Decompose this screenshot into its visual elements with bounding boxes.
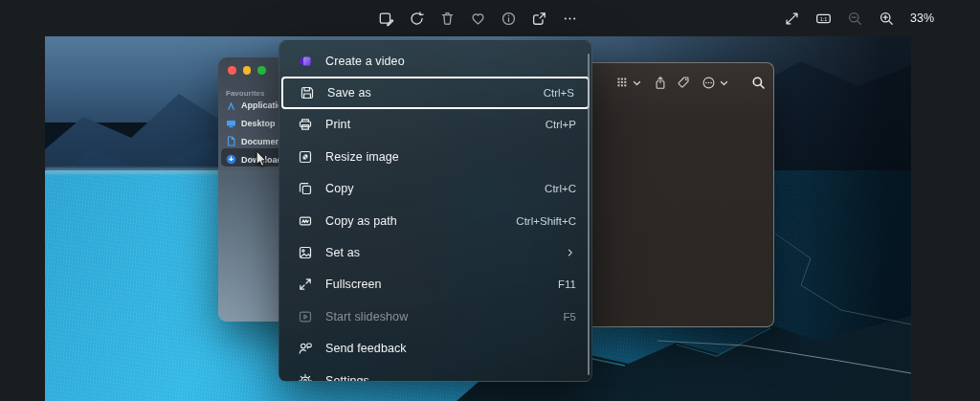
fullscreen-toggle-button[interactable] <box>780 7 804 31</box>
info-icon <box>501 11 517 27</box>
mac-close-icon <box>228 66 236 75</box>
print-icon <box>298 117 313 132</box>
file-info-button[interactable] <box>497 7 521 31</box>
zoom-out-icon <box>847 11 863 27</box>
menu-item-label: Send feedback <box>325 342 576 355</box>
menu-item-start-slideshow[interactable]: Start slideshow F5 <box>279 301 591 332</box>
resize-image-icon <box>298 149 313 165</box>
screenshot-dark-window <box>586 62 774 327</box>
context-menu: Create a video Save as Ctrl+S Print Ctrl… <box>278 40 592 382</box>
rotate-icon <box>409 11 425 27</box>
menu-item-shortcut: Ctrl+P <box>546 119 576 130</box>
photos-app-window: 1:1 33% <box>0 0 980 401</box>
tag-icon <box>677 76 690 89</box>
menu-item-label: Resize image <box>325 150 576 164</box>
menu-item-label: Print <box>325 118 546 131</box>
menu-item-send-feedback[interactable]: Send feedback <box>279 333 591 365</box>
top-toolbar: 1:1 33% <box>0 0 980 36</box>
share-button[interactable] <box>527 7 551 31</box>
submenu-chevron-right-icon <box>565 247 576 258</box>
one-to-one-label: 1:1 <box>820 15 828 21</box>
menu-item-label: Save as <box>327 86 544 100</box>
zoom-in-button[interactable] <box>875 7 899 31</box>
menu-item-copy[interactable]: Copy Ctrl+C <box>279 173 591 205</box>
more-ellipsis-icon <box>562 11 578 27</box>
more-actions-circle-icon <box>702 76 716 90</box>
menu-item-shortcut: Ctrl+S <box>544 87 574 99</box>
toolbar-center-group <box>374 0 582 36</box>
feedback-icon <box>298 341 313 356</box>
menu-item-copy-as-path[interactable]: Copy as path Ctrl+Shift+C <box>279 205 591 236</box>
applications-icon <box>226 100 236 111</box>
zoom-in-icon <box>879 11 895 27</box>
menu-item-shortcut: Ctrl+C <box>545 183 576 194</box>
menu-item-set-as[interactable]: Set as <box>279 236 591 268</box>
menu-item-settings[interactable]: Settings <box>279 365 591 382</box>
menu-item-print[interactable]: Print Ctrl+P <box>279 109 591 141</box>
copy-icon <box>298 181 313 196</box>
mac-search-icon <box>751 76 766 90</box>
one-to-one-icon: 1:1 <box>815 11 832 27</box>
menu-item-label: Copy as path <box>325 214 516 228</box>
menu-item-shortcut: F11 <box>558 278 576 290</box>
save-icon <box>300 85 315 100</box>
edit-image-icon <box>378 11 394 27</box>
set-as-icon <box>298 245 313 260</box>
menu-item-label: Set as <box>325 246 565 259</box>
delete-button[interactable] <box>435 7 459 31</box>
menu-item-shortcut: Ctrl+Shift+C <box>516 215 576 227</box>
copy-as-path-icon <box>298 213 313 229</box>
menu-item-label: Start slideshow <box>325 310 564 323</box>
mac-zoom-icon <box>257 66 266 75</box>
actual-size-button[interactable]: 1:1 <box>812 7 835 31</box>
settings-gear-icon <box>298 373 313 382</box>
heart-icon <box>470 11 486 27</box>
expand-diagonal-icon <box>784 11 800 27</box>
grid-view-icon <box>615 76 630 89</box>
menu-item-shortcut: F5 <box>564 311 576 323</box>
favorite-button[interactable] <box>466 7 490 31</box>
menu-item-fullscreen[interactable]: Fullscreen F11 <box>279 269 591 301</box>
share-icon <box>531 11 547 27</box>
captured-cursor-icon <box>255 151 268 168</box>
menu-item-save-as[interactable]: Save as Ctrl+S <box>281 77 590 108</box>
downloads-icon <box>226 154 236 165</box>
documents-icon <box>226 136 236 146</box>
menu-item-label: Create a video <box>325 55 576 68</box>
desktop-icon <box>226 119 236 129</box>
menu-scrollbar[interactable] <box>588 54 590 375</box>
chevron-down-icon <box>720 79 728 87</box>
see-more-button[interactable] <box>558 7 582 31</box>
toolbar-zoom-group: 1:1 33% <box>780 0 934 36</box>
slideshow-icon <box>298 309 313 324</box>
trash-icon <box>439 11 456 27</box>
menu-item-label: Copy <box>325 182 545 195</box>
menu-item-resize-image[interactable]: Resize image <box>279 141 591 172</box>
menu-item-label: Settings <box>325 374 576 382</box>
mac-share-icon <box>654 76 667 90</box>
create-video-icon <box>298 54 313 69</box>
zoom-out-button[interactable] <box>843 7 867 31</box>
fullscreen-icon <box>298 277 313 292</box>
edit-image-button[interactable] <box>374 7 398 31</box>
menu-item-label: Fullscreen <box>325 278 558 291</box>
rotate-button[interactable] <box>405 7 429 31</box>
zoom-level-value[interactable]: 33% <box>910 11 934 25</box>
mac-minimize-icon <box>243 66 252 75</box>
traffic-lights <box>228 66 266 75</box>
menu-item-create-a-video[interactable]: Create a video <box>279 45 591 77</box>
chevron-down-icon <box>633 79 641 87</box>
